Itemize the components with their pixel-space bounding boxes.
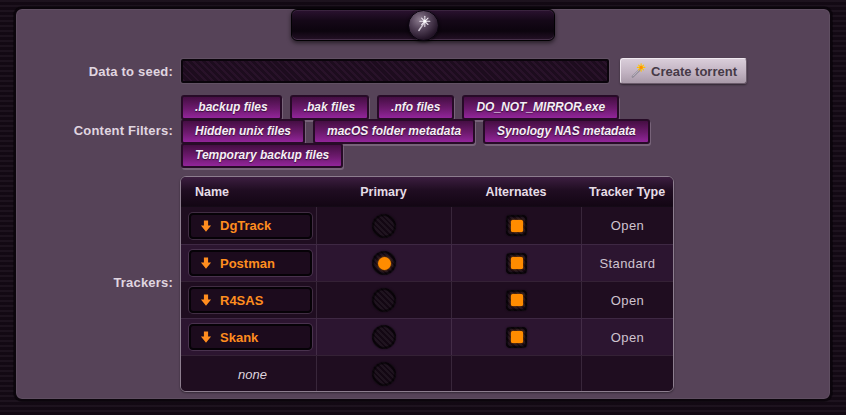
content-filter-chip[interactable]: .backup files bbox=[181, 95, 282, 120]
tracker-row: SkankOpen bbox=[181, 318, 673, 355]
magic-wand-sparkle-icon bbox=[408, 10, 439, 41]
column-header-name: Name bbox=[181, 185, 316, 199]
data-to-seed-label: Data to seed: bbox=[0, 64, 173, 79]
tracker-name-label: Postman bbox=[220, 256, 275, 271]
content-filter-chip[interactable]: Synology NAS metadata bbox=[483, 119, 650, 144]
tracker-none-label: none bbox=[189, 367, 316, 382]
tracker-name-button[interactable]: Postman bbox=[189, 250, 312, 276]
tracker-name-label: R4SAS bbox=[220, 293, 263, 308]
tracker-type-label: Open bbox=[611, 330, 644, 345]
data-to-seed-input[interactable] bbox=[181, 59, 609, 83]
tracker-row: DgTrackOpen bbox=[181, 207, 673, 244]
column-header-primary: Primary bbox=[316, 185, 451, 199]
tracker-row: R4SASOpen bbox=[181, 281, 673, 318]
create-torrent-button[interactable]: Create torrent bbox=[620, 58, 747, 84]
down-arrow-icon bbox=[199, 256, 213, 270]
create-torrent-page: Data to seed: Create torrent Content Fil… bbox=[0, 0, 846, 415]
tracker-name-button[interactable]: DgTrack bbox=[189, 213, 312, 239]
tracker-name-button[interactable]: R4SAS bbox=[189, 287, 312, 313]
trackers-table: Name Primary Alternates Tracker Type DgT… bbox=[180, 176, 674, 392]
tracker-type-label: Open bbox=[611, 293, 644, 308]
primary-radio[interactable] bbox=[372, 325, 396, 349]
alternates-checkbox[interactable] bbox=[506, 327, 527, 348]
tracker-type-label: Open bbox=[611, 218, 644, 233]
trackers-table-body: DgTrackOpenPostmanStandardR4SASOpenSkank… bbox=[181, 207, 673, 392]
tracker-name-button[interactable]: Skank bbox=[189, 324, 312, 350]
column-header-tracker-type: Tracker Type bbox=[581, 185, 673, 199]
trackers-table-header: Name Primary Alternates Tracker Type bbox=[181, 177, 673, 207]
content-filter-chip[interactable]: macOS folder metadata bbox=[313, 119, 475, 144]
down-arrow-icon bbox=[199, 293, 213, 307]
tracker-name-cell: DgTrack bbox=[181, 207, 316, 244]
content-filters-label: Content Filters: bbox=[0, 123, 173, 138]
tracker-row: none bbox=[181, 355, 673, 392]
content-filter-chip[interactable]: Hidden unix files bbox=[181, 119, 305, 144]
content-filter-chip[interactable]: Temporary backup files bbox=[181, 143, 343, 168]
alternates-checkbox[interactable] bbox=[506, 290, 527, 311]
down-arrow-icon bbox=[199, 330, 213, 344]
content-filter-chip[interactable]: .nfo files bbox=[377, 95, 454, 120]
primary-radio[interactable] bbox=[372, 362, 396, 386]
tracker-name-label: DgTrack bbox=[220, 218, 271, 233]
tracker-row: PostmanStandard bbox=[181, 244, 673, 281]
primary-radio[interactable] bbox=[372, 214, 396, 238]
tracker-name-label: Skank bbox=[220, 330, 258, 345]
magic-wand-icon bbox=[630, 63, 646, 79]
trackers-label: Trackers: bbox=[0, 275, 173, 290]
tracker-name-cell: none bbox=[181, 356, 316, 392]
alternates-checkbox[interactable] bbox=[506, 215, 527, 236]
primary-radio[interactable] bbox=[372, 251, 396, 275]
tracker-name-cell: R4SAS bbox=[181, 282, 316, 318]
section-toggle-button[interactable] bbox=[291, 9, 555, 41]
column-header-alternates: Alternates bbox=[451, 185, 581, 199]
down-arrow-icon bbox=[199, 219, 213, 233]
create-torrent-label: Create torrent bbox=[651, 64, 737, 79]
tracker-name-cell: Skank bbox=[181, 319, 316, 355]
tracker-name-cell: Postman bbox=[181, 245, 316, 281]
content-filter-chip[interactable]: DO_NOT_MIRROR.exe bbox=[462, 95, 619, 120]
tracker-type-label: Standard bbox=[600, 256, 656, 271]
primary-radio[interactable] bbox=[372, 288, 396, 312]
alternates-checkbox[interactable] bbox=[506, 253, 527, 274]
content-filter-chip[interactable]: .bak files bbox=[290, 95, 369, 120]
